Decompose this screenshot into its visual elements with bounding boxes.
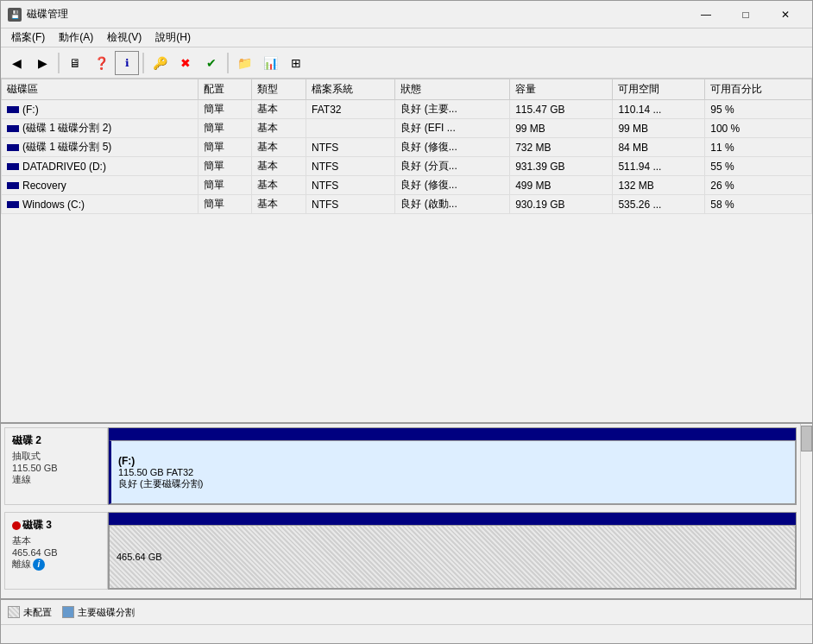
minimize-button[interactable]: — (686, 1, 726, 28)
col-header-fs: 檔案系統 (306, 79, 395, 100)
disk-partition[interactable]: 465.64 GB (109, 525, 796, 589)
disk-size: 115.50 GB (12, 463, 100, 473)
cell-layout: 簡單 (198, 138, 252, 157)
disk-name: 磁碟 3 (12, 518, 100, 533)
col-header-free: 可用空間 (613, 79, 705, 100)
cell-capacity: 99 MB (510, 119, 613, 138)
disk-area-container: 磁碟 2 抽取式 115.50 GB 連線 (F:) 115.50 GB FAT… (1, 424, 812, 598)
cell-capacity: 499 MB (510, 176, 613, 195)
disk-label: 磁碟 2 抽取式 115.50 GB 連線 (4, 427, 108, 505)
main-window: 💾 磁碟管理 — □ ✕ 檔案(F) 動作(A) 檢視(V) 說明(H) ◀ ▶… (0, 0, 813, 644)
folder-button[interactable]: 📁 (232, 51, 256, 75)
info-button[interactable]: ℹ (115, 51, 139, 75)
legend-item-unalloc: 未配置 (8, 606, 52, 619)
cell-capacity: 115.47 GB (510, 100, 613, 119)
cell-type: 基本 (252, 157, 306, 176)
table-row[interactable]: (磁碟 1 磁碟分割 5) 簡單 基本 NTFS 良好 (修復... 732 M… (2, 138, 812, 157)
cell-status: 良好 (修復... (395, 176, 510, 195)
cell-pct: 55 % (705, 157, 812, 176)
disk-row: 磁碟 2 抽取式 115.50 GB 連線 (F:) 115.50 GB FAT… (4, 427, 797, 505)
menubar: 檔案(F) 動作(A) 檢視(V) 說明(H) (1, 28, 812, 47)
cell-drive: (F:) (2, 100, 199, 119)
window-title: 磁碟管理 (27, 7, 686, 22)
titlebar: 💾 磁碟管理 — □ ✕ (1, 1, 812, 28)
cell-layout: 簡單 (198, 119, 252, 138)
main-content: 磁碟區 配置 類型 檔案系統 狀態 容量 可用空間 可用百分比 (F:) 簡單 … (1, 79, 812, 643)
partition-size: 115.50 GB FAT32 (118, 467, 788, 477)
cell-fs: FAT32 (306, 100, 395, 119)
cell-free: 132 MB (613, 176, 705, 195)
menu-view[interactable]: 檢視(V) (100, 28, 148, 47)
table-row[interactable]: DATADRIVE0 (D:) 簡單 基本 NTFS 良好 (分頁... 931… (2, 157, 812, 176)
cell-free: 110.14 ... (613, 100, 705, 119)
cell-type: 基本 (252, 119, 306, 138)
cell-pct: 100 % (705, 119, 812, 138)
menu-help[interactable]: 說明(H) (148, 28, 198, 47)
cell-status: 良好 (EFI ... (395, 119, 510, 138)
menu-action[interactable]: 動作(A) (52, 28, 100, 47)
cell-layout: 簡單 (198, 195, 252, 214)
disk-name: 磁碟 2 (12, 433, 100, 448)
status-bar (1, 624, 812, 643)
legend-item-primary: 主要磁碟分割 (62, 606, 135, 619)
disk-label: 磁碟 3 基本 465.64 GB 離線i (4, 512, 108, 590)
maximize-button[interactable]: □ (726, 1, 766, 28)
cell-type: 基本 (252, 176, 306, 195)
cell-fs: NTFS (306, 157, 395, 176)
help-button[interactable]: ❓ (89, 51, 113, 75)
cell-fs: NTFS (306, 176, 395, 195)
back-button[interactable]: ◀ (4, 51, 28, 75)
grid-button[interactable]: ⊞ (284, 51, 308, 75)
toolbar-sep-2 (142, 53, 144, 73)
cell-pct: 95 % (705, 100, 812, 119)
window-controls: — □ ✕ (686, 1, 805, 28)
partition-container: (F:) 115.50 GB FAT32 良好 (主要磁碟分割) (109, 440, 796, 504)
cell-layout: 簡單 (198, 100, 252, 119)
cell-drive: Recovery (2, 176, 199, 195)
legend-box-primary (62, 606, 74, 618)
chart-button[interactable]: 📊 (258, 51, 282, 75)
legend-box-unalloc (8, 606, 20, 618)
disk-partition[interactable]: (F:) 115.50 GB FAT32 良好 (主要磁碟分割) (109, 440, 796, 504)
right-scrollbar[interactable] (800, 424, 812, 598)
partition-size: 465.64 GB (117, 552, 788, 562)
cell-drive: (磁碟 1 磁碟分割 2) (2, 119, 199, 138)
cell-pct: 58 % (705, 195, 812, 214)
cell-capacity: 732 MB (510, 138, 613, 157)
cell-drive: DATADRIVE0 (D:) (2, 157, 199, 176)
forward-button[interactable]: ▶ (30, 51, 54, 75)
table-row[interactable]: Windows (C:) 簡單 基本 NTFS 良好 (啟動... 930.19… (2, 195, 812, 214)
cell-type: 基本 (252, 100, 306, 119)
partition-table-area: 磁碟區 配置 類型 檔案系統 狀態 容量 可用空間 可用百分比 (F:) 簡單 … (1, 79, 812, 424)
delete-button[interactable]: ✖ (173, 51, 198, 75)
table-row[interactable]: (磁碟 1 磁碟分割 2) 簡單 基本 良好 (EFI ... 99 MB 99… (2, 119, 812, 138)
cell-fs: NTFS (306, 138, 395, 157)
col-header-type: 類型 (252, 79, 306, 100)
cell-free: 535.26 ... (613, 195, 705, 214)
key-button[interactable]: 🔑 (148, 51, 172, 75)
disk-status: 離線i (12, 558, 100, 571)
cell-status: 良好 (分頁... (395, 157, 510, 176)
cell-pct: 26 % (705, 176, 812, 195)
cell-type: 基本 (252, 195, 306, 214)
cell-layout: 簡單 (198, 176, 252, 195)
partition-container: 465.64 GB (109, 525, 796, 589)
disk-header-bar (109, 428, 796, 440)
disk-mgmt-button[interactable]: 🖥 (63, 51, 87, 75)
cell-free: 84 MB (613, 138, 705, 157)
col-header-capacity: 容量 (510, 79, 613, 100)
red-dot-icon (12, 521, 21, 530)
menu-file[interactable]: 檔案(F) (4, 28, 52, 47)
col-header-status: 狀態 (395, 79, 510, 100)
disk-type: 基本 (12, 534, 100, 547)
close-button[interactable]: ✕ (766, 1, 805, 28)
info-icon[interactable]: i (33, 559, 45, 571)
disk-visual-area: 磁碟 2 抽取式 115.50 GB 連線 (F:) 115.50 GB FAT… (1, 424, 800, 598)
cell-capacity: 930.19 GB (510, 195, 613, 214)
table-row[interactable]: (F:) 簡單 基本 FAT32 良好 (主要... 115.47 GB 110… (2, 100, 812, 119)
cell-layout: 簡單 (198, 157, 252, 176)
check-button[interactable]: ✔ (199, 51, 224, 75)
cell-status: 良好 (啟動... (395, 195, 510, 214)
cell-drive: Windows (C:) (2, 195, 199, 214)
table-row[interactable]: Recovery 簡單 基本 NTFS 良好 (修復... 499 MB 132… (2, 176, 812, 195)
